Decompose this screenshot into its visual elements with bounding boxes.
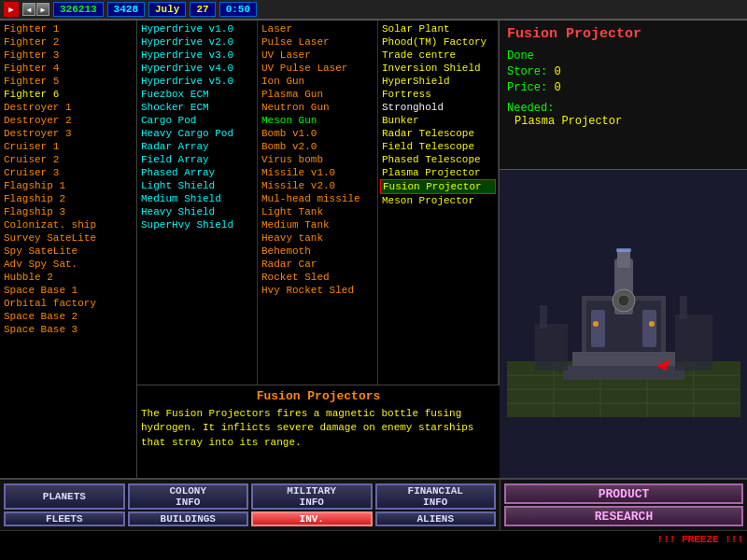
list-item[interactable]: UV Pulse Laser	[260, 62, 375, 75]
list-item[interactable]: HyperShield	[380, 75, 496, 88]
list-item[interactable]: Field Array	[139, 153, 255, 166]
list-item[interactable]: Hyperdrive v2.0	[139, 35, 255, 49]
list-item[interactable]: Field Telescope	[380, 140, 496, 153]
ship-item[interactable]: Destroyer 2	[2, 114, 134, 127]
list-item[interactable]: Hyperdrive v5.0	[139, 75, 255, 88]
nav-button[interactable]: ALIENS	[375, 511, 497, 526]
ship-item[interactable]: Flagship 1	[2, 179, 134, 192]
price-val: 0	[554, 81, 560, 94]
store-val: 0	[554, 65, 560, 78]
ship-item[interactable]: Survey SateLite	[2, 231, 134, 245]
list-item[interactable]: Phased Telescope	[380, 153, 496, 166]
list-item[interactable]: Light Shield	[139, 179, 255, 192]
nav-arrows[interactable]: ◀ ▶	[22, 3, 49, 16]
list-item[interactable]: Fuezbox ECM	[139, 88, 255, 101]
list-item[interactable]: Solar Plant	[380, 22, 496, 35]
list-item[interactable]: Heavy Cargo Pod	[139, 127, 255, 140]
svg-point-16	[618, 295, 629, 306]
list-item[interactable]: Plasma Gun	[260, 88, 375, 101]
game-icon: ▶	[4, 2, 19, 17]
list-item[interactable]: Pulse Laser	[260, 35, 375, 49]
ship-item[interactable]: Spy SateLite	[2, 245, 134, 258]
list-item[interactable]: Meson Gun	[260, 114, 375, 127]
ship-item[interactable]: Cruiser 3	[2, 166, 134, 179]
weapons-col: LaserPulse LaserUV LaserUV Pulse LaserIo…	[258, 21, 378, 385]
list-item[interactable]: Trade centre	[380, 49, 496, 62]
freeze-bar: !!! FREEZE !!!	[0, 530, 747, 547]
list-item[interactable]: Missile v2.0	[260, 179, 375, 192]
list-item[interactable]: Heavy tank	[260, 231, 375, 245]
list-item[interactable]: Laser	[260, 22, 375, 35]
list-item[interactable]: Hyperdrive v3.0	[139, 49, 255, 62]
price-row: Price: 0	[507, 81, 740, 94]
list-item[interactable]: Radar Car	[260, 258, 375, 271]
list-item[interactable]: UV Laser	[260, 49, 375, 62]
list-item[interactable]: Rocket Sled	[260, 271, 375, 284]
list-item[interactable]: SuperHvy Shield	[139, 218, 255, 231]
right-nav-button[interactable]: RESEARCH	[504, 506, 743, 526]
ship-item[interactable]: Fighter 3	[2, 49, 134, 62]
list-item[interactable]: Fusion Projector	[380, 179, 496, 194]
list-item[interactable]: Phood(TM) Factory	[380, 35, 496, 49]
list-item[interactable]: Stronghold	[380, 101, 496, 114]
ship-item[interactable]: Destroyer 3	[2, 127, 134, 140]
list-item[interactable]: Radar Telescope	[380, 127, 496, 140]
ship-item[interactable]: Space Base 3	[2, 323, 134, 336]
list-item[interactable]: Heavy Shield	[139, 205, 255, 218]
list-item[interactable]: Medium Tank	[260, 218, 375, 231]
nav-button[interactable]: BUILDINGS	[128, 511, 249, 526]
nav-button[interactable]: FLEETS	[4, 511, 125, 526]
ship-item[interactable]: Fighter 5	[2, 75, 134, 88]
list-item[interactable]: Bunker	[380, 114, 496, 127]
list-item[interactable]: Bomb v2.0	[260, 140, 375, 153]
list-item[interactable]: Fortress	[380, 88, 496, 101]
prev-arrow[interactable]: ◀	[22, 3, 35, 16]
list-item[interactable]: Light Tank	[260, 205, 375, 218]
right-nav-button[interactable]: PRODUCT	[504, 483, 743, 504]
list-item[interactable]: Radar Array	[139, 140, 255, 153]
next-arrow[interactable]: ▶	[36, 3, 49, 16]
ship-item[interactable]: Hubble 2	[2, 271, 134, 284]
nav-button[interactable]: FINANCIALINFO	[375, 483, 497, 510]
nav-button[interactable]: INV.	[251, 511, 373, 526]
nav-button[interactable]: PLANETS	[4, 483, 125, 510]
ship-item[interactable]: Adv Spy Sat.	[2, 258, 134, 271]
list-item[interactable]: Medium Shield	[139, 192, 255, 205]
list-item[interactable]: Bomb v1.0	[260, 127, 375, 140]
ship-item[interactable]: Colonizat. ship	[2, 218, 134, 231]
ship-item[interactable]: Flagship 2	[2, 192, 134, 205]
list-item[interactable]: Hyperdrive v4.0	[139, 62, 255, 75]
svg-point-19	[593, 321, 599, 327]
freeze-text: !!! FREEZE !!!	[657, 534, 743, 545]
ship-item[interactable]: Fighter 6	[2, 88, 134, 101]
ship-item[interactable]: Space Base 2	[2, 310, 134, 323]
svg-rect-17	[591, 310, 605, 347]
ship-item[interactable]: Fighter 1	[2, 22, 134, 35]
ship-item[interactable]: Space Base 1	[2, 284, 134, 297]
list-item[interactable]: Plasma Projector	[380, 166, 496, 179]
list-item[interactable]: Cargo Pod	[139, 114, 255, 127]
nav-button[interactable]: MILITARYINFO	[251, 483, 373, 510]
ship-item[interactable]: Destroyer 1	[2, 101, 134, 114]
list-item[interactable]: Virus bomb	[260, 153, 375, 166]
list-item[interactable]: Meson Projector	[380, 194, 496, 207]
list-item[interactable]: Behemoth	[260, 245, 375, 258]
ship-item[interactable]: Orbital factory	[2, 297, 134, 310]
nav-button[interactable]: COLONYINFO	[128, 483, 249, 510]
ship-item[interactable]: Fighter 2	[2, 35, 134, 49]
ship-item[interactable]: Fighter 4	[2, 62, 134, 75]
ship-item[interactable]: Flagship 3	[2, 205, 134, 218]
list-item[interactable]: Mul-head missile	[260, 192, 375, 205]
list-item[interactable]: Phased Array	[139, 166, 255, 179]
list-item[interactable]: Shocker ECM	[139, 101, 255, 114]
list-item[interactable]: Inversion Shield	[380, 62, 496, 75]
ship-item[interactable]: Cruiser 2	[2, 153, 134, 166]
ship-item[interactable]: Cruiser 1	[2, 140, 134, 153]
list-item[interactable]: Missile v1.0	[260, 166, 375, 179]
credits-display: 326213	[53, 2, 104, 17]
list-item[interactable]: Neutron Gun	[260, 101, 375, 114]
list-item[interactable]: Hvy Rocket Sled	[260, 284, 375, 297]
list-item[interactable]: Ion Gun	[260, 75, 375, 88]
day-display: 27	[190, 2, 215, 17]
list-item[interactable]: Hyperdrive v1.0	[139, 22, 255, 35]
